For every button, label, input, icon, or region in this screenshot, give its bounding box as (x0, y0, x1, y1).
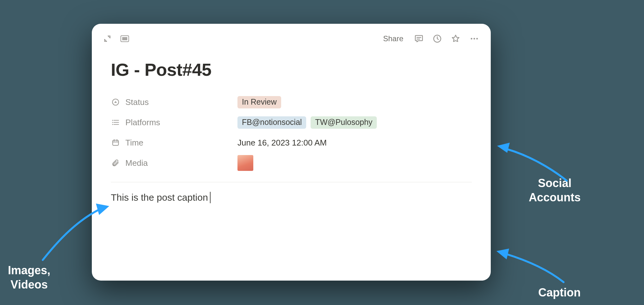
comments-icon[interactable] (414, 34, 424, 43)
svg-point-14 (112, 124, 113, 125)
property-row-time: Time June 16, 2023 12:00 AM (111, 133, 472, 153)
property-label: Media (125, 158, 148, 168)
notion-page-card: Share IG - Post#45 Status (92, 24, 491, 281)
svg-point-7 (476, 38, 478, 40)
property-key-time[interactable]: Time (111, 138, 237, 148)
annotation-media: Images, Videos (8, 263, 50, 292)
topbar-right: Share (383, 34, 479, 43)
caption-text: This is the post caption (111, 192, 208, 203)
property-divider (111, 182, 472, 182)
media-thumbnail[interactable] (237, 155, 253, 171)
multiselect-icon (111, 118, 120, 127)
svg-marker-20 (496, 249, 509, 259)
property-label: Platforms (125, 118, 160, 127)
attachment-icon (111, 159, 120, 167)
property-key-media[interactable]: Media (111, 158, 237, 168)
text-cursor (210, 192, 211, 203)
property-value-media[interactable] (237, 155, 253, 171)
svg-point-13 (112, 122, 113, 123)
page-content: IG - Post#45 Status In Review Platforms (92, 47, 491, 203)
date-icon (111, 139, 120, 147)
status-tag: In Review (237, 96, 281, 108)
svg-rect-1 (122, 37, 127, 40)
expand-icon[interactable] (103, 35, 111, 43)
status-icon (111, 98, 120, 106)
svg-point-5 (471, 38, 472, 40)
more-menu-icon[interactable] (469, 34, 479, 43)
platform-tag: TW@Pulosophy (311, 116, 377, 129)
peek-mode-icon[interactable] (120, 35, 129, 42)
property-row-platforms: Platforms FB@notionsocial TW@Pulosophy (111, 112, 472, 133)
svg-rect-15 (113, 140, 118, 145)
property-row-media: Media (111, 153, 472, 173)
property-key-status[interactable]: Status (111, 97, 237, 107)
property-value-status[interactable]: In Review (237, 96, 281, 108)
svg-marker-19 (497, 143, 510, 153)
time-text: June 16, 2023 12:00 AM (237, 138, 327, 148)
favorite-star-icon[interactable] (451, 34, 460, 43)
property-key-platforms[interactable]: Platforms (111, 118, 237, 127)
property-row-status: Status In Review (111, 92, 472, 112)
share-button[interactable]: Share (383, 34, 403, 43)
property-value-platforms[interactable]: FB@notionsocial TW@Pulosophy (237, 116, 377, 129)
annotation-social-accounts: Social Accounts (529, 176, 581, 204)
svg-point-12 (112, 120, 113, 121)
page-body[interactable]: This is the post caption (111, 192, 472, 203)
updates-clock-icon[interactable] (432, 34, 442, 43)
platform-tag: FB@notionsocial (237, 116, 306, 129)
page-title[interactable]: IG - Post#45 (111, 59, 472, 80)
property-label: Status (125, 97, 149, 107)
property-label: Time (125, 138, 143, 148)
topbar-left (103, 35, 129, 43)
property-value-time[interactable]: June 16, 2023 12:00 AM (237, 138, 327, 148)
svg-point-6 (474, 38, 475, 40)
page-topbar: Share (92, 24, 491, 47)
annotation-caption: Caption (538, 285, 581, 300)
